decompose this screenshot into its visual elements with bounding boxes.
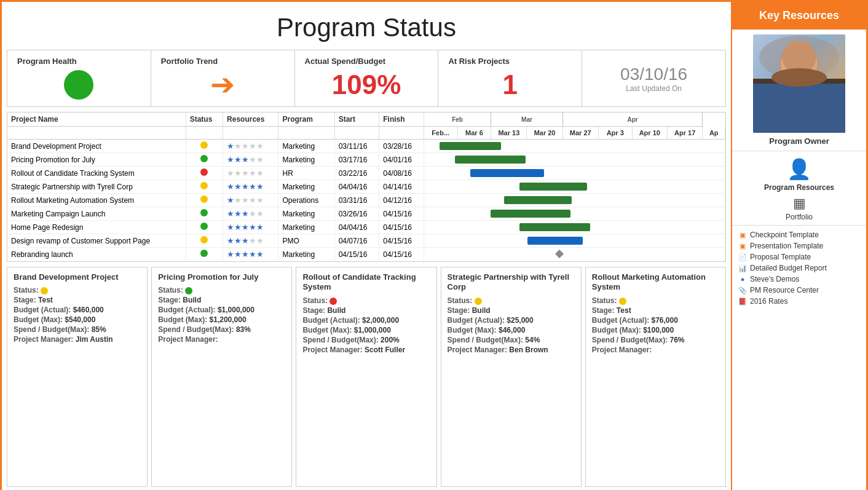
card-stage-row: Stage: Build — [158, 296, 285, 304]
card-spend-row: Spend / Budget(Max): 85% — [14, 325, 141, 334]
col-program: Program — [278, 113, 334, 127]
kpi-row: Program Health Portfolio Trend ➔ Actual … — [7, 50, 726, 107]
project-card: Rollout Marketing Automation System Stat… — [585, 267, 726, 488]
spend-value-area: 109% — [305, 69, 428, 100]
col-start-h — [334, 127, 379, 140]
date-mar13: Mar 13 — [491, 127, 527, 140]
kpi-trend: Portfolio Trend ➔ — [151, 50, 295, 106]
date-mar20: Mar 20 — [527, 127, 562, 140]
health-label: Program Health — [17, 57, 77, 66]
link-label: Proposal Template — [750, 253, 811, 261]
card-title: Brand Development Project — [14, 272, 141, 283]
portfolio-label: Portfolio — [786, 213, 813, 221]
card-status-row: Status: — [302, 296, 430, 305]
link-label: Checkpoint Template — [750, 231, 819, 239]
table-row: Rollout Marketing Automation System★★★★★… — [7, 194, 725, 207]
col-finish-h — [379, 127, 424, 140]
date-feb: Feb... — [424, 127, 457, 140]
table-row: Strategic Partnership with Tyrell Corp★★… — [7, 180, 725, 194]
card-stage-row: Stage: Test — [592, 306, 719, 315]
trend-arrow-icon: ➔ — [210, 70, 235, 100]
card-spend-row: Spend / Budget(Max): 200% — [302, 336, 430, 344]
col-prog-h — [278, 127, 334, 140]
kpi-spend: Actual Spend/Budget 109% — [295, 50, 439, 106]
sidebar-link[interactable]: ▣Checkpoint Template — [738, 231, 860, 239]
date-apr10: Apr 10 — [632, 127, 667, 140]
project-cards: Brand Development Project Status: Stage:… — [7, 267, 726, 488]
link-icon: 📊 — [738, 264, 747, 272]
card-title: Pricing Promotion for July — [158, 272, 285, 283]
card-budget-actual-row: Budget (Actual): $2,000,000 — [302, 316, 430, 325]
date-apr-more: Ap — [703, 127, 725, 140]
sidebar-link[interactable]: 📎PM Resource Center — [738, 286, 860, 294]
col-feb-super: Feb — [424, 113, 491, 127]
spend-label: Actual Spend/Budget — [305, 57, 385, 66]
card-spend-row: Spend / Budget(Max): 83% — [158, 325, 285, 334]
col-name-h — [7, 127, 186, 140]
link-icon: ● — [738, 275, 747, 283]
card-budget-max-row: Budget (Max): $540,000 — [14, 315, 141, 324]
gantt-scroll[interactable]: Project Name Status Resources Program St… — [7, 113, 725, 261]
gantt-table: Project Name Status Resources Program St… — [7, 113, 725, 261]
card-budget-actual-row: Budget (Actual): $1,000,000 — [158, 306, 285, 314]
link-icon: 📎 — [738, 286, 747, 294]
date-value-area: 03/10/16 Last Updated On — [592, 57, 716, 100]
kpi-date: 03/10/16 Last Updated On — [582, 50, 725, 106]
date-mar27: Mar 27 — [562, 127, 598, 140]
program-resources-section: 👤 Program Resources ▦ Portfolio — [732, 151, 866, 226]
card-pm-row: Project Manager: — [592, 346, 719, 354]
trend-value-area: ➔ — [161, 69, 285, 100]
card-budget-max-row: Budget (Max): $100,000 — [592, 326, 719, 334]
col-project-name: Project Name — [7, 113, 186, 127]
card-status-row: Status: — [448, 296, 575, 305]
program-owner-label: Program Owner — [769, 136, 829, 146]
col-finish: Finish — [379, 113, 424, 127]
card-pm-row: Project Manager: Jim Austin — [14, 335, 141, 344]
date-apr17: Apr 17 — [667, 127, 702, 140]
trend-label: Portfolio Trend — [161, 57, 218, 66]
date-updated: 03/10/16 Last Updated On — [620, 65, 687, 93]
link-label: 2016 Rates — [750, 297, 787, 306]
sidebar-link[interactable]: 📄Proposal Template — [738, 253, 860, 261]
sidebar-link[interactable]: ●Steve's Demos — [738, 275, 860, 283]
link-label: Steve's Demos — [750, 275, 799, 283]
sidebar-links: ▣Checkpoint Template▣Presentation Templa… — [732, 226, 866, 310]
table-row: Design revamp of Customer Support Page★★… — [7, 234, 725, 248]
gantt-header-row: Project Name Status Resources Program St… — [7, 113, 725, 127]
sidebar-header: Key Resources — [732, 2, 866, 30]
col-status-h — [186, 127, 223, 140]
card-pm-row: Project Manager: — [158, 335, 285, 344]
date-value: 03/10/16 — [620, 65, 687, 84]
link-icon: 📄 — [738, 253, 747, 261]
card-budget-actual-row: Budget (Actual): $76,000 — [592, 316, 719, 325]
program-resources-icon: 👤 — [787, 157, 811, 181]
card-budget-max-row: Budget (Max): $1,000,000 — [302, 326, 430, 334]
kpi-risk: At Risk Projects 1 — [438, 50, 582, 106]
link-label: Detailed Budget Report — [750, 264, 827, 272]
card-title: Strategic Partnership with Tyrell Corp — [448, 272, 575, 293]
kpi-health: Program Health — [7, 50, 151, 106]
program-owner-photo — [753, 34, 845, 133]
card-budget-actual-row: Budget (Actual): $25,000 — [448, 316, 575, 325]
link-label: PM Resource Center — [750, 286, 819, 294]
table-row: Rollout of Candidate Tracking System★★★★… — [7, 167, 725, 180]
col-status: Status — [186, 113, 223, 127]
col-apr-super: Apr — [562, 113, 703, 127]
col-res-h — [223, 127, 278, 140]
link-icon: 📕 — [738, 297, 747, 306]
card-budget-max-row: Budget (Max): $46,000 — [448, 326, 575, 334]
date-apr3: Apr 3 — [598, 127, 632, 140]
risk-value: 1 — [503, 69, 518, 100]
card-budget-max-row: Budget (Max): $1,200,000 — [158, 315, 285, 324]
table-row: Brand Development Project★★★★★Marketing0… — [7, 140, 725, 153]
sidebar-link[interactable]: 📊Detailed Budget Report — [738, 264, 860, 272]
card-status-row: Status: — [158, 286, 285, 294]
sidebar-link[interactable]: ▣Presentation Template — [738, 242, 860, 250]
col-start: Start — [334, 113, 379, 127]
health-green-circle — [64, 70, 93, 100]
link-icon: ▣ — [738, 242, 747, 250]
link-label: Presentation Template — [750, 242, 823, 250]
card-stage-row: Stage: Test — [14, 296, 141, 304]
page-title: Program Status — [7, 13, 726, 42]
sidebar-link[interactable]: 📕2016 Rates — [738, 297, 860, 306]
